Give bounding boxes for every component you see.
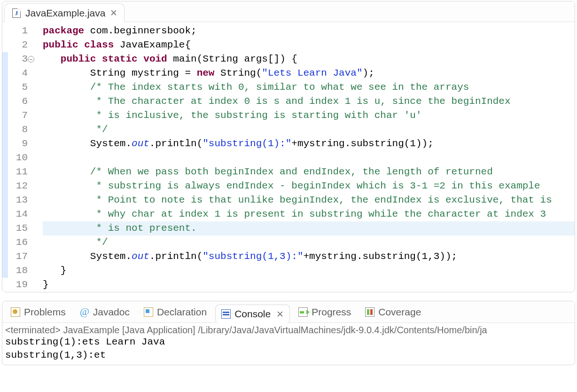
view-tab-label: Javadoc [93, 306, 130, 318]
line-number[interactable]: 8 [8, 123, 28, 137]
view-tab-label: Coverage [378, 306, 421, 318]
code-line[interactable]: } [43, 278, 575, 292]
bottom-panel: Problems@JavadocDeclarationConsole✕Progr… [2, 301, 575, 365]
problems-icon [11, 307, 20, 317]
line-number[interactable]: 10 [8, 151, 28, 165]
view-tab-label: Console [234, 308, 271, 320]
editor-tab-bar: J JavaExample.java ✕ [2, 1, 575, 22]
console-output[interactable]: substring(1):ets Learn Javasubstring(1,3… [5, 336, 572, 362]
editor-tab-label: JavaExample.java [25, 8, 105, 19]
line-number[interactable]: 11 [8, 165, 28, 179]
code-line[interactable]: * is not present. [43, 221, 575, 235]
views-tab-bar: Problems@JavadocDeclarationConsole✕Progr… [2, 301, 575, 323]
code-line[interactable]: * is inclusive, the substring is startin… [43, 109, 575, 123]
view-tab-coverage[interactable]: Coverage [359, 305, 427, 320]
code-line[interactable]: System.out.println("substring(1,3):"+mys… [43, 250, 575, 264]
line-number[interactable]: 4 [8, 66, 28, 80]
console-status-line: <terminated> JavaExample [Java Applicati… [5, 325, 572, 336]
coverage-icon [365, 307, 374, 317]
line-number[interactable]: 15 [8, 221, 28, 235]
code-line[interactable]: public static void main(String args[]) { [43, 52, 575, 66]
method-range-ruler [2, 24, 8, 292]
line-number[interactable]: 18 [8, 264, 28, 278]
line-number[interactable]: 5 [8, 80, 28, 94]
console-body: <terminated> JavaExample [Java Applicati… [2, 323, 575, 365]
javadoc-icon: @ [80, 307, 89, 317]
console-icon [221, 309, 231, 319]
code-line[interactable]: * The character at index 0 is s and inde… [43, 94, 575, 109]
line-number[interactable]: 9 [8, 137, 28, 151]
code-line[interactable]: */ [43, 123, 575, 137]
code-line[interactable]: * why char at index 1 is present in subs… [43, 207, 575, 221]
view-tab-progress[interactable]: Progress [293, 305, 357, 320]
declaration-icon [144, 307, 153, 317]
line-number[interactable]: 19 [8, 278, 28, 292]
close-icon[interactable]: ✕ [110, 8, 117, 18]
line-number[interactable]: 14 [8, 207, 28, 221]
line-number[interactable]: 17 [8, 250, 28, 264]
console-output-line: substring(1):ets Learn Java [5, 336, 572, 349]
view-tab-label: Progress [312, 306, 351, 318]
progress-icon [298, 307, 308, 317]
line-number[interactable]: 6 [8, 94, 28, 109]
code-line[interactable]: /* When we pass both beginIndex and endI… [43, 165, 575, 179]
code-line[interactable]: } [43, 264, 575, 278]
console-output-line: substring(1,3):et [5, 349, 572, 362]
code-line[interactable]: */ [43, 235, 575, 250]
line-number[interactable]: 16 [8, 235, 28, 250]
code-line[interactable]: System.out.println("substring(1):"+mystr… [43, 137, 575, 151]
line-number-gutter[interactable]: 123–45678910111213141516171819 [8, 24, 31, 292]
code-line[interactable]: * Point to note is that unlike beginInde… [43, 193, 575, 207]
code-line[interactable]: * substring is always endIndex - beginIn… [43, 179, 575, 193]
line-number[interactable]: 1 [8, 24, 28, 38]
view-tab-problems[interactable]: Problems [5, 305, 71, 320]
view-tab-declaration[interactable]: Declaration [138, 305, 212, 320]
java-file-icon: J [12, 8, 21, 18]
fold-toggle-icon[interactable]: – [28, 56, 34, 63]
code-area[interactable]: 123–45678910111213141516171819 package c… [2, 22, 575, 292]
code-line[interactable]: public class JavaExample{ [43, 38, 575, 52]
code-line[interactable]: String mystring = new String("Lets Learn… [43, 66, 575, 80]
view-tab-label: Problems [24, 306, 66, 318]
line-number[interactable]: 7 [8, 109, 28, 123]
code-line[interactable]: package com.beginnersbook; [43, 24, 575, 38]
line-number[interactable]: 12 [8, 179, 28, 193]
editor-tab[interactable]: J JavaExample.java ✕ [4, 3, 125, 22]
view-tab-javadoc[interactable]: @Javadoc [74, 305, 135, 320]
close-icon[interactable]: ✕ [276, 309, 284, 320]
editor-panel: J JavaExample.java ✕ 123–456789101112131… [2, 1, 575, 292]
line-number[interactable]: 2 [8, 38, 28, 52]
code-line[interactable]: /* The index starts with 0, similar to w… [43, 80, 575, 94]
line-number[interactable]: 13 [8, 193, 28, 207]
line-number[interactable]: 3– [8, 52, 28, 66]
view-tab-console[interactable]: Console✕ [215, 305, 290, 323]
code-line[interactable] [43, 151, 575, 165]
view-tab-label: Declaration [157, 306, 207, 318]
code-text[interactable]: package com.beginnersbook;public class J… [31, 24, 575, 292]
